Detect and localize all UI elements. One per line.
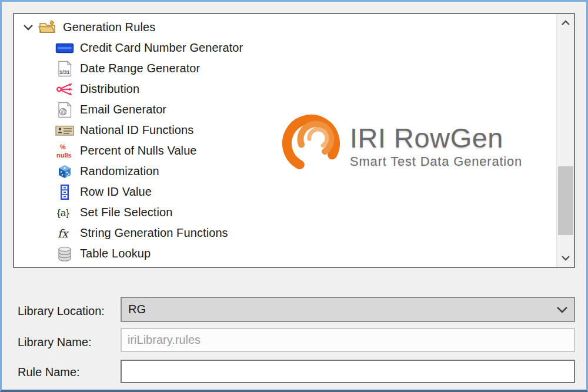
logo-title: IRI RowGen <box>350 123 522 152</box>
national-id-icon <box>55 122 75 139</box>
distribution-icon <box>55 81 75 98</box>
rule-name-field[interactable] <box>121 360 575 383</box>
tree-item-label: Generation Rules <box>63 21 155 34</box>
library-name-label: Library Name: <box>18 336 92 349</box>
chevron-down-icon <box>561 253 570 263</box>
open-folder-icon <box>38 19 58 36</box>
scrollbar-thumb[interactable] <box>558 166 573 235</box>
tree-item-label: String Generation Functions <box>80 226 228 240</box>
tree-root-item[interactable]: Generation Rules <box>14 17 555 38</box>
library-location-label: Library Location: <box>18 304 105 318</box>
tree-item-label: Row ID Value <box>80 185 152 199</box>
svg-text:%: % <box>60 143 66 150</box>
tree-item[interactable]: Row ID Value <box>14 182 555 202</box>
tree-item-label: Date Range Generator <box>80 62 200 75</box>
svg-text:@: @ <box>61 108 66 115</box>
credit-card-icon <box>55 40 75 56</box>
tree-item[interactable]: Table Lookup <box>14 243 555 264</box>
library-location-value: RG <box>122 303 550 316</box>
iri-logo-mark-icon <box>278 106 344 182</box>
email-icon: @ <box>55 102 75 118</box>
scroll-up-button[interactable] <box>557 14 574 32</box>
tree-scrollbar[interactable] <box>556 14 574 267</box>
set-file-icon: {a} <box>55 205 75 221</box>
svg-text:nulls: nulls <box>56 152 72 159</box>
tree-item[interactable]: fxString Generation Functions <box>14 223 555 243</box>
tree-item[interactable]: Distribution <box>14 79 555 99</box>
chevron-down-icon <box>550 306 574 313</box>
chevron-up-icon <box>561 18 570 28</box>
table-lookup-icon <box>55 246 75 262</box>
tree-item-label: Set File Selection <box>80 206 172 219</box>
iri-rowgen-logo: IRI RowGen Smart Test Data Generation <box>278 106 522 182</box>
rule-name-label: Rule Name: <box>18 366 80 379</box>
svg-text:{a}: {a} <box>57 207 69 219</box>
library-location-select[interactable]: RG <box>121 297 575 322</box>
tree-item-label: Credit Card Number Generator <box>80 41 243 55</box>
tree-item-label: Randomization <box>80 165 159 178</box>
tree-item-label: Table Lookup <box>80 247 151 260</box>
randomization-icon <box>55 163 75 180</box>
percent-nulls-icon: %nulls <box>55 143 75 159</box>
tree-item-label: Distribution <box>80 82 139 96</box>
tree-expander-chevron-down-icon[interactable] <box>21 21 35 35</box>
tree-item-label: Percent of Nulls Value <box>80 144 197 158</box>
string-functions-icon: fx <box>55 225 75 242</box>
tree-item[interactable]: {a}Set File Selection <box>14 202 555 223</box>
tree-item[interactable]: Credit Card Number Generator <box>14 38 555 58</box>
tree-item[interactable]: 1/31Date Range Generator <box>14 58 555 79</box>
tree-item-label: Email Generator <box>80 103 166 116</box>
logo-subtitle: Smart Test Data Generation <box>350 154 522 169</box>
svg-text:1/31: 1/31 <box>59 69 70 75</box>
date-range-icon: 1/31 <box>55 61 75 77</box>
scroll-down-button[interactable] <box>557 249 574 267</box>
tree-item-label: National ID Functions <box>80 123 193 137</box>
svg-text:fx: fx <box>58 227 69 240</box>
row-id-icon <box>55 184 75 200</box>
library-name-field[interactable] <box>121 328 575 352</box>
